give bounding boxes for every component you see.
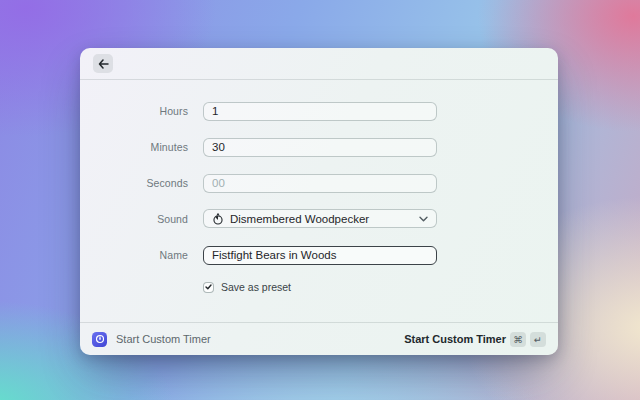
start-custom-timer-button[interactable]: Start Custom Timer — [404, 333, 506, 345]
window-footer: Start Custom Timer Start Custom Timer ⌘ … — [80, 322, 558, 355]
hours-input[interactable] — [203, 102, 437, 121]
checkmark-icon — [205, 284, 212, 290]
form-row-hours: Hours — [80, 101, 558, 120]
hours-label: Hours — [80, 105, 188, 117]
form-row-sound: Sound Dismembered Woodpecker — [80, 209, 558, 228]
command-key-icon: ⌘ — [510, 332, 526, 347]
name-label: Name — [80, 249, 188, 261]
seconds-input[interactable] — [203, 174, 437, 193]
sound-dropdown[interactable]: Dismembered Woodpecker — [203, 209, 437, 228]
minutes-input[interactable] — [203, 138, 437, 157]
seconds-label: Seconds — [80, 177, 188, 189]
arrow-left-icon — [98, 59, 109, 69]
footer-status-label: Start Custom Timer — [116, 333, 211, 345]
timer-app-icon — [92, 332, 107, 347]
name-input[interactable] — [203, 246, 437, 265]
save-as-preset-label: Save as preset — [221, 281, 291, 293]
sound-dropdown-value: Dismembered Woodpecker — [230, 213, 413, 225]
return-key-icon: ↵ — [530, 332, 546, 347]
sound-label: Sound — [80, 213, 188, 225]
chevron-down-icon — [419, 216, 428, 222]
timer-icon — [212, 213, 224, 225]
minutes-label: Minutes — [80, 141, 188, 153]
custom-timer-window: Hours Minutes Seconds Sound — [80, 48, 558, 355]
back-button[interactable] — [93, 54, 113, 73]
form-row-name: Name — [80, 245, 558, 264]
custom-timer-form: Hours Minutes Seconds Sound — [80, 101, 558, 293]
form-row-seconds: Seconds — [80, 173, 558, 192]
form-row-minutes: Minutes — [80, 137, 558, 156]
save-as-preset-checkbox[interactable] — [203, 282, 214, 293]
save-as-preset-row: Save as preset — [203, 281, 558, 293]
footer-primary-action[interactable]: Start Custom Timer ⌘ ↵ — [404, 332, 546, 347]
window-header — [80, 48, 558, 80]
